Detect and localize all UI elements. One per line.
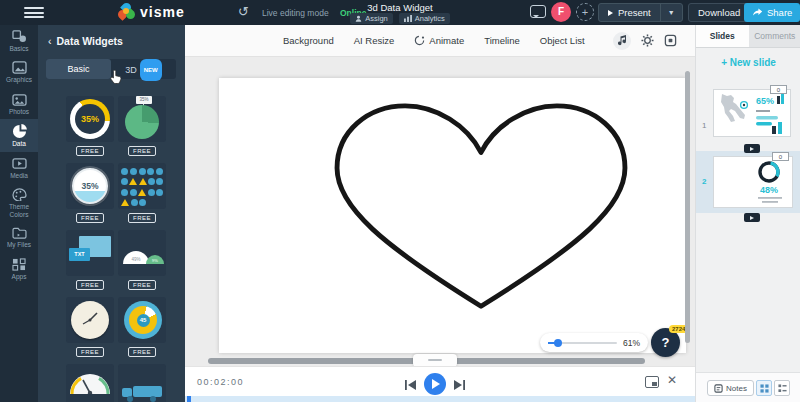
present-button[interactable]: Present	[599, 4, 661, 21]
timeline-track[interactable]	[185, 396, 695, 402]
sidebar-item-theme-colors[interactable]: Theme Colors	[0, 183, 38, 222]
sidebar-item-basics[interactable]: Basics	[0, 25, 38, 56]
sidebar-label: Basics	[0, 45, 38, 52]
zoom-slider[interactable]	[548, 342, 617, 344]
vehicle-shape	[120, 386, 164, 402]
frame-capture-icon[interactable]	[664, 34, 677, 47]
basics-icon	[12, 30, 27, 43]
circle-gauge-value: 35%	[72, 168, 108, 204]
slide-transition-button[interactable]	[744, 213, 760, 222]
pie-callout-label: 35%	[136, 96, 152, 104]
grid-view-button[interactable]	[756, 380, 772, 396]
zoom-control: 61%	[540, 333, 648, 352]
person-icon	[355, 15, 362, 22]
new-slide-button[interactable]: + New slide	[696, 57, 800, 68]
media-icon	[12, 157, 27, 170]
widget-circle-gauge[interactable]: 35% FREE	[66, 163, 114, 223]
pie-circle	[125, 105, 159, 139]
clock-face	[71, 301, 109, 339]
animate-label: Animate	[429, 35, 464, 46]
widget-clock[interactable]: FREE	[66, 297, 114, 357]
slide-2-anim-count[interactable]: 0	[772, 152, 789, 161]
close-timeline-icon[interactable]: ✕	[667, 373, 677, 387]
free-badge: FREE	[128, 213, 156, 223]
slide-transition-button[interactable]	[744, 144, 760, 153]
slide-1-preview: 65%	[714, 90, 790, 136]
palette-icon	[12, 188, 27, 201]
circle-gauge-thumb: 35%	[66, 163, 114, 209]
sidebar-item-my-files[interactable]: My Files	[0, 222, 38, 252]
download-button[interactable]: Download	[688, 3, 750, 22]
analytics-button[interactable]: Analytics	[399, 13, 450, 24]
vertical-scrollbar[interactable]	[685, 71, 690, 343]
heart-shape[interactable]	[325, 100, 637, 314]
animate-button[interactable]: Animate	[414, 35, 464, 46]
tab-comments[interactable]: Comments	[749, 25, 800, 47]
sidebar-item-data[interactable]: Data	[0, 119, 38, 151]
widget-pictogram[interactable]: FREE	[118, 163, 166, 223]
avatar[interactable]: F	[551, 2, 571, 22]
object-list-button[interactable]: Object List	[540, 35, 585, 46]
assign-button[interactable]: Assign	[350, 13, 393, 24]
hamburger-menu-icon[interactable]	[24, 7, 44, 18]
ring-gauge-value: 45	[137, 314, 150, 327]
ai-resize-button[interactable]: AI Resize	[354, 35, 395, 46]
zoom-slider-handle[interactable]	[554, 339, 562, 347]
analytics-label: Analytics	[415, 14, 445, 23]
canvas-page[interactable]	[219, 78, 686, 353]
music-button[interactable]	[613, 32, 631, 50]
add-collaborator-icon[interactable]: +	[576, 3, 594, 21]
widget-pie-chart[interactable]: 35% FREE	[118, 96, 166, 156]
music-note-icon	[617, 35, 627, 46]
notes-button[interactable]: Notes	[707, 380, 754, 396]
list-view-button[interactable]	[774, 380, 790, 396]
sidebar-item-apps[interactable]: Apps	[0, 253, 38, 284]
comments-icon[interactable]	[530, 5, 546, 18]
panel-title: Data Widgets	[57, 35, 123, 47]
sidebar-item-photos[interactable]: Photos	[0, 88, 38, 119]
transition-arrow-icon	[750, 147, 754, 151]
slide-2-number: 2	[702, 177, 706, 186]
slides-panel: Slides Comments + New slide 1 0 65% 2 0	[695, 25, 800, 402]
sidebar-item-media[interactable]: Media	[0, 152, 38, 183]
sidebar-label: Graphics	[0, 76, 38, 83]
share-button[interactable]: Share	[744, 3, 800, 22]
tab-basic[interactable]: Basic	[46, 59, 111, 79]
timeline-button[interactable]: Timeline	[484, 35, 520, 46]
background-button[interactable]: Background	[283, 35, 334, 46]
photos-icon	[12, 93, 27, 106]
slide-1-thumbnail[interactable]: 65%	[713, 89, 791, 137]
free-badge: FREE	[128, 146, 156, 156]
skip-back-button[interactable]	[405, 380, 417, 390]
undo-icon[interactable]: ↺	[238, 4, 249, 19]
free-badge: FREE	[76, 280, 104, 290]
play-button[interactable]	[424, 373, 446, 395]
slides-panel-footer: Notes	[696, 372, 800, 402]
widget-ring-gauge[interactable]: 45 FREE	[118, 297, 166, 357]
notes-label: Notes	[726, 384, 747, 393]
sidebar-label: Theme Colors	[0, 203, 38, 218]
visme-logo[interactable]: visme	[118, 3, 185, 20]
tab-slides[interactable]: Slides	[696, 25, 749, 47]
pie-chart-thumb: 35%	[118, 96, 166, 142]
half-gauge-right: 9%	[146, 255, 164, 264]
free-badge: FREE	[76, 347, 104, 357]
panel-back-header[interactable]: ‹Data Widgets	[48, 35, 123, 47]
widget-speedometer[interactable]	[66, 364, 114, 402]
present-dropdown-button[interactable]: ▼	[661, 9, 682, 16]
slide-1-anim-count[interactable]: 0	[770, 85, 787, 94]
widget-vehicle[interactable]	[118, 364, 166, 402]
canvas-area: Background AI Resize Animate Timeline Ob…	[185, 25, 695, 402]
canvas-toolbar: Background AI Resize Animate Timeline Ob…	[185, 25, 695, 57]
popout-icon[interactable]	[645, 376, 659, 388]
widget-text-box[interactable]: TXT FREE	[66, 230, 114, 290]
sidebar-label: Data	[0, 140, 38, 147]
slide-2-thumbnail[interactable]: 48%	[713, 156, 793, 208]
skip-forward-button[interactable]	[453, 380, 465, 390]
back-chevron-icon: ‹	[48, 35, 52, 47]
widget-donut-gauge[interactable]: 35% FREE	[66, 96, 114, 156]
sidebar-item-graphics[interactable]: Graphics	[0, 56, 38, 87]
widget-half-donut-gauges[interactable]: 49% 9% FREE	[118, 230, 166, 290]
settings-gear-icon[interactable]	[641, 34, 654, 47]
playhead-marker[interactable]	[187, 396, 191, 402]
